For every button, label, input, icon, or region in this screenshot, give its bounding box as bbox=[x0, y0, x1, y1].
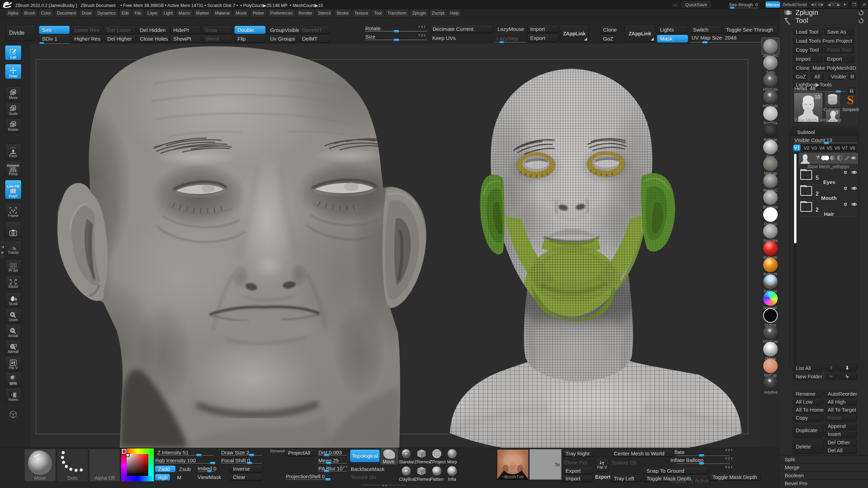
svg-text:M: M bbox=[12, 91, 15, 94]
svg-text:S: S bbox=[847, 93, 854, 107]
svg-text:R: R bbox=[13, 123, 15, 126]
svg-text:S: S bbox=[13, 107, 15, 110]
